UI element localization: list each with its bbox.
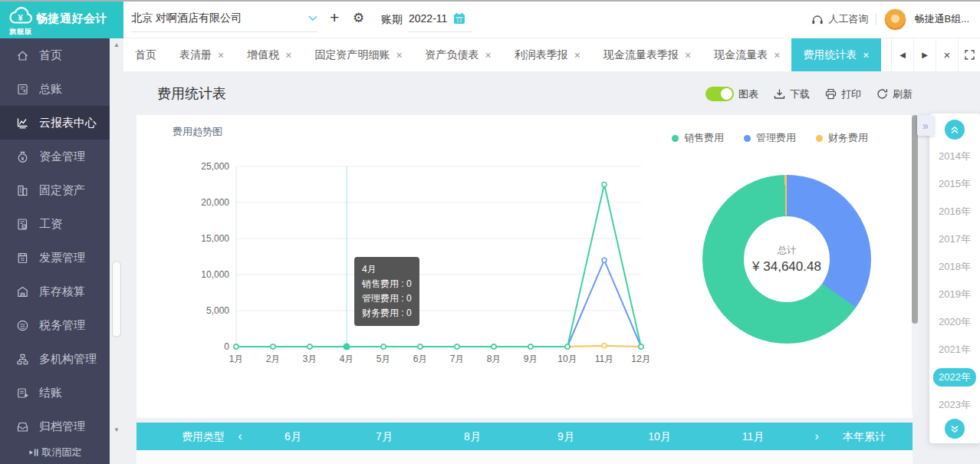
- building-icon: [16, 184, 29, 197]
- year-label: 2023年: [939, 398, 971, 412]
- year-item-2021[interactable]: 2021年: [929, 336, 980, 364]
- gear-icon[interactable]: ⚙: [353, 10, 364, 26]
- tab-label: 固定资产明细账: [314, 48, 390, 62]
- year-item-2018[interactable]: 2018年: [929, 253, 980, 281]
- legend-item-1[interactable]: 销售费用: [672, 131, 724, 145]
- sidebar-item-closing[interactable]: 结账: [0, 376, 110, 410]
- sidebar-item-funds[interactable]: 资金管理: [0, 140, 110, 173]
- month-bar-col-9月[interactable]: 9月: [557, 423, 574, 450]
- month-next-icon[interactable]: ›: [814, 423, 819, 450]
- tab-home[interactable]: 首页: [123, 38, 168, 71]
- donut-total-value: ¥ 34,640.48: [752, 259, 821, 275]
- year-scroll-up-button[interactable]: [945, 120, 965, 140]
- refresh-button[interactable]: 刷新: [876, 87, 913, 101]
- legend-item-3[interactable]: 财务费用: [816, 131, 868, 145]
- tab-balance-sheet[interactable]: 资产负债表×: [414, 38, 503, 71]
- sidebar-item-fixed-assets[interactable]: 固定资产: [0, 173, 110, 207]
- app-edition: 旗舰版: [9, 27, 32, 37]
- tab-close-icon[interactable]: ×: [774, 50, 780, 61]
- svg-text:5月: 5月: [377, 354, 391, 364]
- month-bar-col-10月[interactable]: 10月: [648, 423, 671, 450]
- tab-close-icon[interactable]: ×: [285, 50, 291, 61]
- tab-close-icon[interactable]: ×: [863, 50, 869, 61]
- sidebar-item-label: 税务管理: [39, 318, 85, 333]
- sidebar-item-general-ledger[interactable]: ¥总账: [0, 72, 110, 106]
- legend-item-2[interactable]: 管理费用: [744, 131, 796, 145]
- sidebar-scroll-thumb[interactable]: [112, 261, 121, 337]
- svg-text:10,000: 10,000: [201, 269, 229, 280]
- tab-cashflow[interactable]: 现金流量表×: [702, 38, 791, 71]
- add-account-button[interactable]: +: [330, 8, 339, 27]
- year-item-2014[interactable]: 2014年: [929, 143, 980, 170]
- tab-scroll-left-icon[interactable]: ◀: [891, 38, 913, 71]
- period-selector[interactable]: 2022-11: [409, 5, 472, 32]
- company-selector[interactable]: 北京 对啊酒店有限公司: [131, 5, 317, 32]
- month-bar-col-11月[interactable]: 11月: [742, 423, 765, 450]
- content-scroll-thumb[interactable]: [912, 115, 918, 324]
- chart-view-toggle[interactable]: 图表: [705, 87, 758, 101]
- collapse-year-panel-icon[interactable]: »: [917, 115, 934, 136]
- content-scrollbar[interactable]: [912, 115, 918, 414]
- sidebar-item-archive[interactable]: 归档管理: [0, 410, 110, 443]
- salary-doc-icon: [16, 218, 29, 231]
- tab-scroll-right-icon[interactable]: ▶: [913, 38, 936, 71]
- year-item-2022[interactable]: 2022年: [929, 364, 980, 391]
- top-right-area: 人工咨询 畅捷通B组...: [811, 0, 969, 38]
- sidebar-item-home[interactable]: 首页: [0, 38, 110, 72]
- sidebar-item-salary[interactable]: 工资: [0, 207, 110, 241]
- scroll-down-icon[interactable]: ▼: [110, 426, 123, 433]
- legend-dot-icon: [816, 135, 823, 142]
- chart-title: 费用趋势图: [173, 125, 222, 139]
- tab-label: 利润表季报: [515, 48, 568, 62]
- year-item-2020[interactable]: 2020年: [929, 308, 980, 336]
- toggle-switch[interactable]: [705, 87, 734, 101]
- sidebar-item-invoices[interactable]: 发票管理: [0, 241, 110, 275]
- year-item-2019[interactable]: 2019年: [929, 281, 980, 308]
- print-button[interactable]: 打印: [825, 87, 861, 101]
- scroll-up-icon[interactable]: ▲: [110, 41, 123, 48]
- year-item-2015[interactable]: 2015年: [929, 170, 980, 198]
- tab-expense-stats[interactable]: 费用统计表×: [791, 38, 880, 71]
- page-title: 费用统计表: [157, 84, 226, 103]
- tab-close-icon[interactable]: ×: [485, 50, 492, 61]
- tab-close-icon[interactable]: ×: [574, 50, 580, 61]
- tab-vat[interactable]: 增值税×: [235, 38, 303, 71]
- year-item-2016[interactable]: 2016年: [929, 198, 980, 225]
- tab-close-icon[interactable]: ×: [218, 50, 224, 61]
- user-name[interactable]: 畅捷通B组...: [914, 12, 969, 26]
- sidebar-item-inventory[interactable]: 库存核算: [0, 275, 110, 308]
- tab-income-quarterly[interactable]: 利润表季报×: [503, 38, 592, 71]
- expense-trend-line-chart[interactable]: 05,00010,00015,00020,00025,0001月2月3月4月5月…: [183, 157, 658, 376]
- month-bar-col-6月[interactable]: 6月: [284, 423, 301, 450]
- download-button[interactable]: 下载: [774, 87, 810, 101]
- expense-donut-chart[interactable]: 总计 ¥ 34,640.48: [702, 175, 871, 344]
- year-item-2017[interactable]: 2017年: [929, 225, 980, 253]
- month-bar-col-8月[interactable]: 8月: [464, 423, 481, 450]
- year-scroll-down-button[interactable]: [945, 419, 965, 439]
- user-avatar[interactable]: [884, 8, 906, 31]
- tab-report-list[interactable]: 表清册×: [168, 38, 235, 71]
- sidebar-item-multi-org[interactable]: 多机构管理: [0, 342, 110, 376]
- year-label: 2016年: [939, 205, 971, 219]
- fullscreen-icon[interactable]: [958, 38, 980, 71]
- company-name: 北京 对啊酒店有限公司: [131, 12, 242, 25]
- sidebar-scrollbar[interactable]: ▲ ▼: [110, 38, 123, 464]
- sidebar-item-label: 归档管理: [39, 420, 85, 434]
- tab-fixed-asset-detail[interactable]: 固定资产明细账×: [303, 38, 413, 71]
- svg-text:12月: 12月: [631, 354, 650, 364]
- tab-controls: ◀ ▶ ×: [891, 38, 980, 71]
- month-bar-col-7月[interactable]: 7月: [376, 423, 393, 450]
- sidebar-unpin-button[interactable]: 取消固定: [0, 443, 110, 462]
- year-label: 2021年: [939, 343, 971, 357]
- year-item-2023[interactable]: 2023年: [929, 391, 980, 419]
- tab-label: 首页: [135, 48, 156, 62]
- tab-close-icon[interactable]: ×: [685, 50, 691, 61]
- sidebar-item-tax[interactable]: 税务管理: [0, 308, 110, 342]
- tab-close-icon[interactable]: ×: [396, 50, 402, 61]
- invoice-icon: [16, 252, 29, 265]
- month-prev-icon[interactable]: ‹: [238, 423, 242, 450]
- close-all-tabs-icon[interactable]: ×: [936, 38, 958, 71]
- sidebar-item-cloud-reports[interactable]: 云报表中心: [0, 106, 110, 140]
- support-link[interactable]: 人工咨询: [811, 12, 868, 26]
- tab-cashflow-quarterly[interactable]: 现金流量表季报×: [592, 38, 702, 71]
